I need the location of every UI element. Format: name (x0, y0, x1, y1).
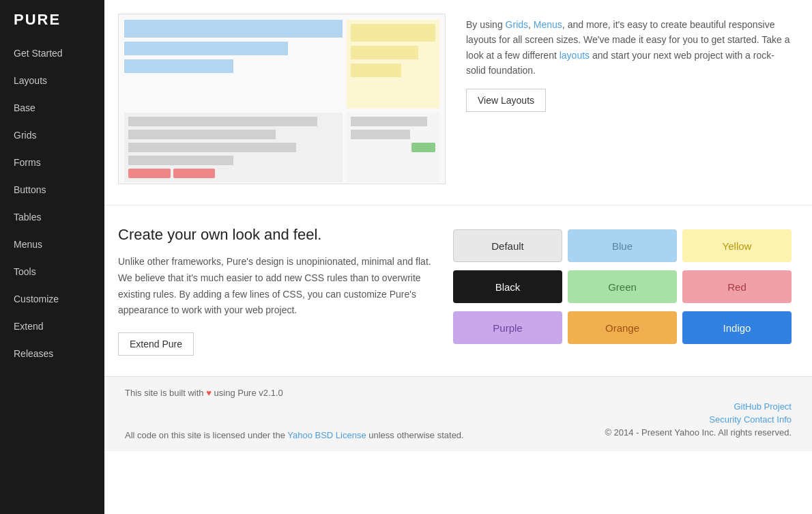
layout-description: By using Grids, Menus, and more, it's ea… (466, 14, 792, 184)
sidebar-item-customize[interactable]: Customize (0, 285, 104, 313)
bar-gray-lg-2 (351, 117, 427, 126)
footer-license: All code on this site is licensed under … (125, 430, 464, 440)
preview-top-row (124, 20, 439, 109)
bars-row (128, 169, 338, 178)
footer-bottom: All code on this site is licensed under … (125, 401, 792, 440)
github-link[interactable]: GitHub Project (734, 401, 792, 412)
sidebar: PURE Get StartedLayoutsBaseGridsFormsBut… (0, 0, 104, 514)
main-content: By using Grids, Menus, and more, it's ea… (104, 0, 812, 514)
footer-built: This site is built with ♥ using Pure v2.… (125, 388, 792, 398)
color-btn-red[interactable]: Red (682, 270, 792, 303)
sidebar-nav: Get StartedLayoutsBaseGridsFormsButtonsT… (0, 40, 104, 367)
menus-link[interactable]: Menus (534, 19, 562, 30)
bar-green-1 (411, 143, 435, 152)
using-text: using Pure v2.1.0 (212, 388, 283, 398)
bar-gray-xs-1 (128, 156, 233, 165)
color-btn-yellow[interactable]: Yellow (682, 229, 792, 262)
sidebar-item-tools[interactable]: Tools (0, 258, 104, 285)
sidebar-item-tables[interactable]: Tables (0, 203, 104, 231)
bar-yellow-xs (351, 63, 401, 77)
extend-pure-button[interactable]: Extend Pure (118, 332, 194, 356)
preview-right-col (347, 20, 439, 109)
sidebar-item-forms[interactable]: Forms (0, 149, 104, 176)
bar-gray-md-2 (351, 130, 410, 139)
sidebar-item-releases[interactable]: Releases (0, 340, 104, 367)
layout-preview (118, 14, 446, 184)
bar-gray-md-1 (128, 130, 276, 139)
sidebar-item-grids[interactable]: Grids (0, 122, 104, 149)
layouts-link[interactable]: layouts (560, 50, 590, 61)
sidebar-item-get-started[interactable]: Get Started (0, 40, 104, 67)
sidebar-item-base[interactable]: Base (0, 94, 104, 122)
bar-pink-1 (128, 169, 171, 178)
sidebar-item-extend[interactable]: Extend (0, 313, 104, 340)
color-grid: DefaultBlueYellowBlackGreenRedPurpleOran… (453, 226, 792, 356)
built-with-text: This site is built with (125, 388, 206, 398)
copyright-text: © 2014 - Present Yahoo Inc. All rights r… (605, 427, 792, 438)
customize-heading: Create your own look and feel. (118, 226, 433, 244)
license-suffix: unless otherwise stated. (366, 430, 464, 440)
bar-gray-lg-1 (128, 117, 317, 126)
bar-yellow-sm (351, 46, 418, 59)
footer: This site is built with ♥ using Pure v2.… (104, 376, 812, 451)
grids-link[interactable]: Grids (506, 19, 528, 30)
color-btn-default[interactable]: Default (453, 229, 562, 262)
bar-gray-sm-1 (128, 143, 296, 152)
color-btn-green[interactable]: Green (568, 270, 677, 303)
heart-icon: ♥ (206, 388, 212, 398)
license-link[interactable]: Yahoo BSD License (287, 430, 366, 440)
security-link-container: Security Contact Info (605, 414, 792, 425)
customize-section: Create your own look and feel. Unlike ot… (104, 205, 812, 376)
customize-description: Unlike other frameworks, Pure's design i… (118, 254, 433, 319)
bar-blue-xs (124, 59, 233, 73)
github-link-container: GitHub Project (605, 401, 792, 412)
preview-bottom-row (124, 113, 439, 182)
bar-pink-2 (173, 169, 216, 178)
color-btn-black[interactable]: Black (453, 270, 562, 303)
sidebar-item-buttons[interactable]: Buttons (0, 176, 104, 203)
bar-blue-sm (124, 42, 288, 55)
color-btn-purple[interactable]: Purple (453, 311, 562, 344)
color-btn-blue[interactable]: Blue (568, 229, 677, 262)
bar-yellow-lg (351, 24, 435, 42)
preview-bottom-right (347, 113, 439, 182)
bars-row-2 (351, 143, 435, 152)
sidebar-logo: PURE (0, 0, 104, 40)
color-btn-orange[interactable]: Orange (568, 311, 677, 344)
preview-box (118, 14, 446, 184)
view-layouts-button[interactable]: View Layouts (466, 89, 546, 112)
layout-description-text: By using Grids, Menus, and more, it's ea… (466, 17, 792, 78)
license-text: All code on this site is licensed under … (125, 430, 287, 440)
preview-bottom-left (124, 113, 343, 182)
layouts-section: By using Grids, Menus, and more, it's ea… (104, 0, 812, 205)
preview-left-col (124, 20, 343, 109)
sidebar-item-layouts[interactable]: Layouts (0, 67, 104, 94)
footer-links: GitHub Project Security Contact Info © 2… (605, 401, 792, 440)
sidebar-item-menus[interactable]: Menus (0, 231, 104, 258)
customize-text: Create your own look and feel. Unlike ot… (118, 226, 433, 356)
color-btn-indigo[interactable]: Indigo (682, 311, 792, 344)
bar-blue-lg (124, 20, 343, 38)
security-link[interactable]: Security Contact Info (709, 414, 792, 425)
